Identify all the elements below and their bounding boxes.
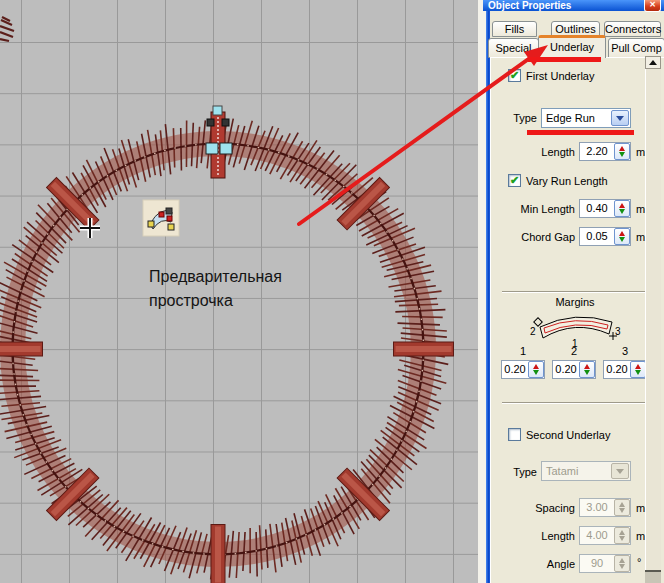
angle-spinner (614, 555, 630, 572)
margin-2-label: 2 (552, 345, 596, 358)
spacing-label: Spacing (505, 502, 575, 515)
close-button[interactable]: ✕ (644, 0, 661, 12)
type-dropdown[interactable]: Edge Run (541, 108, 631, 128)
node-handle-top[interactable] (213, 106, 222, 115)
tab-connectors[interactable]: Connectors (604, 21, 661, 37)
application-window: Предварительная прострочка Object Proper… (0, 0, 664, 583)
corner-handle-right[interactable] (222, 119, 229, 126)
scrollbar-up-icon[interactable] (645, 56, 661, 69)
spacing-spinner (614, 499, 630, 516)
dropdown-arrow-icon (611, 463, 629, 479)
length-field[interactable]: 2.20 (579, 142, 631, 161)
length-label: Length (495, 146, 575, 159)
chord-gap-field[interactable]: 0.05 (579, 227, 631, 246)
length2-label: Length (505, 530, 575, 543)
type-value: Edge Run (546, 109, 612, 127)
svg-text:2: 2 (530, 326, 536, 337)
chord-gap-label: Chord Gap (505, 231, 575, 244)
second-underlay-label: Second Underlay (526, 429, 610, 442)
margins-diagram: 2 3 1 (525, 305, 625, 350)
type2-label: Type (495, 466, 537, 479)
chord-gap-spinner[interactable] (614, 228, 630, 245)
first-underlay-label: First Underlay (526, 70, 594, 83)
selection-handle-right[interactable] (220, 143, 232, 154)
ring-bar-segment[interactable] (394, 342, 454, 356)
corner-handle-left[interactable] (207, 119, 214, 126)
length2-field: 4.00 (579, 526, 631, 545)
min-length-label: Min Length (505, 203, 575, 216)
margin-1-label: 1 (501, 345, 545, 358)
type2-value: Tatami (546, 462, 612, 480)
panel-title: Object Properties (488, 0, 571, 11)
corner-stitch-fragment (0, 17, 14, 41)
tab-fills[interactable]: Fills (492, 21, 537, 37)
reshape-tool-icon (143, 200, 179, 236)
length-spinner[interactable] (614, 143, 630, 160)
ring-bar-segment[interactable] (0, 342, 43, 356)
design-annotation-text: Предварительная прострочка (149, 265, 282, 313)
tab-pull-comp[interactable]: Pull Comp (608, 38, 664, 58)
spacing-field: 3.00 (579, 498, 631, 517)
panel-scrollbar[interactable] (645, 56, 661, 583)
panel-titlebar[interactable]: Object Properties ✕ (483, 0, 664, 11)
vary-run-length-label: Vary Run Length (526, 175, 608, 188)
angle-label: Angle (505, 558, 575, 571)
dropdown-arrow-icon[interactable] (611, 110, 629, 126)
margin-2-spinner[interactable] (579, 361, 595, 378)
vary-run-length-checkbox[interactable]: ✔ (508, 174, 521, 187)
length2-spinner (614, 527, 630, 544)
margin-3-field[interactable]: 0.20 (603, 360, 647, 379)
margin-3-label: 3 (603, 345, 647, 358)
angle-field: 90 (579, 554, 631, 573)
type2-dropdown: Tatami (541, 461, 631, 481)
margin-2-field[interactable]: 0.20 (552, 360, 596, 379)
ring-bar-segment[interactable] (211, 525, 225, 583)
svg-text:3: 3 (615, 326, 621, 337)
tab-underlay[interactable]: Underlay (538, 35, 606, 58)
type-label: Type (495, 112, 537, 125)
min-length-field[interactable]: 0.40 (579, 199, 631, 218)
first-underlay-checkbox[interactable]: ✔ (508, 69, 521, 82)
margin-1-field[interactable]: 0.20 (501, 360, 545, 379)
margin-1-spinner[interactable] (528, 361, 544, 378)
second-underlay-checkbox[interactable]: ✔ (508, 428, 521, 441)
design-canvas[interactable]: Предварительная прострочка (0, 0, 479, 583)
margin-3-spinner[interactable] (630, 361, 646, 378)
min-length-spinner[interactable] (614, 200, 630, 217)
scrollbar-down-icon[interactable] (645, 570, 661, 583)
start-node-icon (534, 318, 542, 326)
separator (502, 291, 648, 293)
angle-unit: ° (637, 556, 641, 569)
separator (502, 402, 648, 404)
selection-handle-left[interactable] (206, 143, 218, 154)
tab-special[interactable]: Special (488, 38, 539, 58)
window-edge (478, 0, 486, 583)
